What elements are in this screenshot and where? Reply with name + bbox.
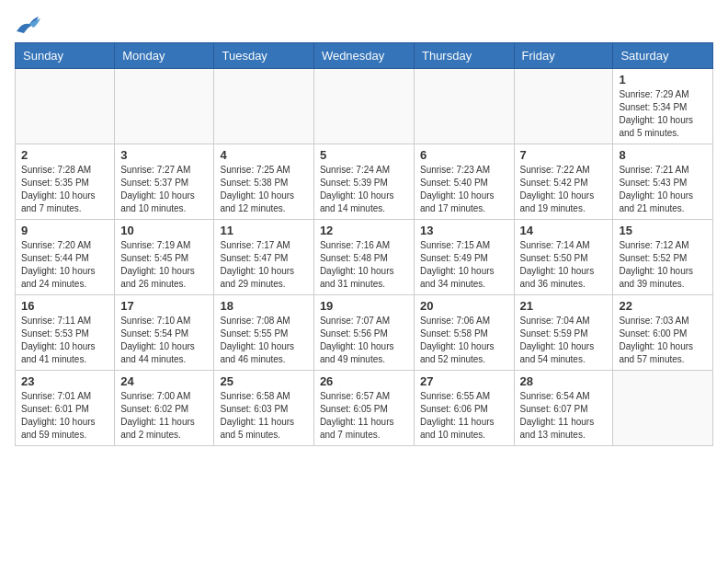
day-info: Sunrise: 7:07 AM Sunset: 5:56 PM Dayligh… — [320, 315, 408, 366]
day-number: 18 — [220, 299, 307, 313]
calendar-day-cell: 2Sunrise: 7:28 AM Sunset: 5:35 PM Daylig… — [16, 144, 115, 220]
calendar-day-cell — [214, 69, 313, 144]
calendar-week-row: 23Sunrise: 7:01 AM Sunset: 6:01 PM Dayli… — [16, 371, 713, 446]
day-of-week-header: Tuesday — [214, 43, 313, 69]
day-number: 1 — [619, 73, 707, 86]
calendar-day-cell: 14Sunrise: 7:14 AM Sunset: 5:50 PM Dayli… — [514, 220, 613, 295]
day-number: 16 — [21, 299, 108, 313]
day-number: 4 — [220, 148, 307, 162]
day-number: 26 — [320, 374, 408, 388]
calendar-day-cell: 1Sunrise: 7:29 AM Sunset: 5:34 PM Daylig… — [613, 69, 713, 144]
calendar-day-cell: 27Sunrise: 6:55 AM Sunset: 6:06 PM Dayli… — [414, 371, 514, 446]
day-number: 2 — [21, 148, 108, 162]
calendar-day-cell: 17Sunrise: 7:10 AM Sunset: 5:54 PM Dayli… — [115, 295, 214, 371]
day-info: Sunrise: 6:58 AM Sunset: 6:03 PM Dayligh… — [220, 390, 307, 442]
calendar-table: SundayMondayTuesdayWednesdayThursdayFrid… — [15, 42, 713, 446]
day-number: 12 — [320, 224, 408, 237]
calendar-day-cell: 22Sunrise: 7:03 AM Sunset: 6:00 PM Dayli… — [613, 295, 713, 371]
day-info: Sunrise: 7:06 AM Sunset: 5:58 PM Dayligh… — [420, 315, 508, 366]
calendar-day-cell: 9Sunrise: 7:20 AM Sunset: 5:44 PM Daylig… — [16, 220, 115, 295]
calendar-day-cell: 26Sunrise: 6:57 AM Sunset: 6:05 PM Dayli… — [313, 371, 414, 446]
day-info: Sunrise: 7:20 AM Sunset: 5:44 PM Dayligh… — [21, 239, 108, 291]
calendar-week-row: 9Sunrise: 7:20 AM Sunset: 5:44 PM Daylig… — [16, 220, 713, 295]
calendar-day-cell: 3Sunrise: 7:27 AM Sunset: 5:37 PM Daylig… — [115, 144, 214, 220]
day-number: 9 — [21, 224, 108, 237]
calendar-day-cell: 18Sunrise: 7:08 AM Sunset: 5:55 PM Dayli… — [214, 295, 313, 371]
day-info: Sunrise: 7:29 AM Sunset: 5:34 PM Dayligh… — [619, 88, 707, 140]
calendar-day-cell: 12Sunrise: 7:16 AM Sunset: 5:48 PM Dayli… — [313, 220, 414, 295]
day-number: 20 — [420, 299, 508, 313]
day-number: 27 — [420, 374, 508, 388]
day-info: Sunrise: 7:00 AM Sunset: 6:02 PM Dayligh… — [120, 390, 208, 442]
calendar-day-cell: 6Sunrise: 7:23 AM Sunset: 5:40 PM Daylig… — [414, 144, 514, 220]
day-info: Sunrise: 7:19 AM Sunset: 5:45 PM Dayligh… — [120, 239, 208, 291]
calendar-week-row: 2Sunrise: 7:28 AM Sunset: 5:35 PM Daylig… — [16, 144, 713, 220]
day-number: 8 — [619, 148, 707, 162]
day-number: 25 — [220, 374, 307, 388]
day-number: 10 — [120, 224, 208, 237]
day-info: Sunrise: 7:04 AM Sunset: 5:59 PM Dayligh… — [520, 315, 608, 366]
day-number: 22 — [619, 299, 707, 313]
logo-bird-icon — [15, 15, 40, 35]
day-number: 24 — [120, 374, 208, 388]
calendar-day-cell: 7Sunrise: 7:22 AM Sunset: 5:42 PM Daylig… — [514, 144, 613, 220]
day-info: Sunrise: 6:54 AM Sunset: 6:07 PM Dayligh… — [520, 390, 608, 442]
day-of-week-header: Friday — [514, 43, 613, 69]
calendar-day-cell — [313, 69, 414, 144]
day-number: 14 — [520, 224, 608, 237]
day-number: 28 — [520, 374, 608, 388]
day-of-week-header: Thursday — [414, 43, 514, 69]
day-info: Sunrise: 7:10 AM Sunset: 5:54 PM Dayligh… — [120, 315, 208, 366]
calendar-day-cell — [414, 69, 514, 144]
calendar-week-row: 16Sunrise: 7:11 AM Sunset: 5:53 PM Dayli… — [16, 295, 713, 371]
day-info: Sunrise: 6:55 AM Sunset: 6:06 PM Dayligh… — [420, 390, 508, 442]
day-info: Sunrise: 7:24 AM Sunset: 5:39 PM Dayligh… — [320, 164, 408, 215]
day-of-week-header: Wednesday — [313, 43, 414, 69]
day-info: Sunrise: 7:22 AM Sunset: 5:42 PM Dayligh… — [520, 164, 608, 215]
calendar-day-cell: 15Sunrise: 7:12 AM Sunset: 5:52 PM Dayli… — [613, 220, 713, 295]
calendar-day-cell: 11Sunrise: 7:17 AM Sunset: 5:47 PM Dayli… — [214, 220, 313, 295]
day-number: 15 — [619, 224, 707, 237]
day-number: 3 — [120, 148, 208, 162]
day-number: 19 — [320, 299, 408, 313]
day-info: Sunrise: 7:15 AM Sunset: 5:49 PM Dayligh… — [420, 239, 508, 291]
page-header — [15, 15, 713, 35]
day-info: Sunrise: 7:12 AM Sunset: 5:52 PM Dayligh… — [619, 239, 707, 291]
day-info: Sunrise: 7:27 AM Sunset: 5:37 PM Dayligh… — [120, 164, 208, 215]
calendar-day-cell — [115, 69, 214, 144]
calendar-day-cell: 13Sunrise: 7:15 AM Sunset: 5:49 PM Dayli… — [414, 220, 514, 295]
day-number: 11 — [220, 224, 307, 237]
calendar-day-cell: 21Sunrise: 7:04 AM Sunset: 5:59 PM Dayli… — [514, 295, 613, 371]
day-info: Sunrise: 7:08 AM Sunset: 5:55 PM Dayligh… — [220, 315, 307, 366]
day-of-week-header: Monday — [115, 43, 214, 69]
calendar-day-cell: 16Sunrise: 7:11 AM Sunset: 5:53 PM Dayli… — [16, 295, 115, 371]
day-number: 13 — [420, 224, 508, 237]
logo — [15, 15, 44, 35]
calendar-day-cell: 5Sunrise: 7:24 AM Sunset: 5:39 PM Daylig… — [313, 144, 414, 220]
calendar-day-cell: 28Sunrise: 6:54 AM Sunset: 6:07 PM Dayli… — [514, 371, 613, 446]
day-number: 21 — [520, 299, 608, 313]
calendar-header-row: SundayMondayTuesdayWednesdayThursdayFrid… — [16, 43, 713, 69]
day-info: Sunrise: 6:57 AM Sunset: 6:05 PM Dayligh… — [320, 390, 408, 442]
day-info: Sunrise: 7:17 AM Sunset: 5:47 PM Dayligh… — [220, 239, 307, 291]
day-info: Sunrise: 7:25 AM Sunset: 5:38 PM Dayligh… — [220, 164, 307, 215]
calendar-day-cell: 24Sunrise: 7:00 AM Sunset: 6:02 PM Dayli… — [115, 371, 214, 446]
day-info: Sunrise: 7:16 AM Sunset: 5:48 PM Dayligh… — [320, 239, 408, 291]
day-of-week-header: Saturday — [613, 43, 713, 69]
day-info: Sunrise: 7:03 AM Sunset: 6:00 PM Dayligh… — [619, 315, 707, 366]
day-number: 7 — [520, 148, 608, 162]
calendar-day-cell: 25Sunrise: 6:58 AM Sunset: 6:03 PM Dayli… — [214, 371, 313, 446]
calendar-day-cell: 23Sunrise: 7:01 AM Sunset: 6:01 PM Dayli… — [16, 371, 115, 446]
calendar-week-row: 1Sunrise: 7:29 AM Sunset: 5:34 PM Daylig… — [16, 69, 713, 144]
day-info: Sunrise: 7:11 AM Sunset: 5:53 PM Dayligh… — [21, 315, 108, 366]
day-number: 6 — [420, 148, 508, 162]
day-number: 23 — [21, 374, 108, 388]
calendar-day-cell — [613, 371, 713, 446]
day-info: Sunrise: 7:14 AM Sunset: 5:50 PM Dayligh… — [520, 239, 608, 291]
day-of-week-header: Sunday — [16, 43, 115, 69]
calendar-day-cell: 10Sunrise: 7:19 AM Sunset: 5:45 PM Dayli… — [115, 220, 214, 295]
calendar-day-cell: 8Sunrise: 7:21 AM Sunset: 5:43 PM Daylig… — [613, 144, 713, 220]
calendar-day-cell — [16, 69, 115, 144]
day-number: 5 — [320, 148, 408, 162]
day-info: Sunrise: 7:21 AM Sunset: 5:43 PM Dayligh… — [619, 164, 707, 215]
